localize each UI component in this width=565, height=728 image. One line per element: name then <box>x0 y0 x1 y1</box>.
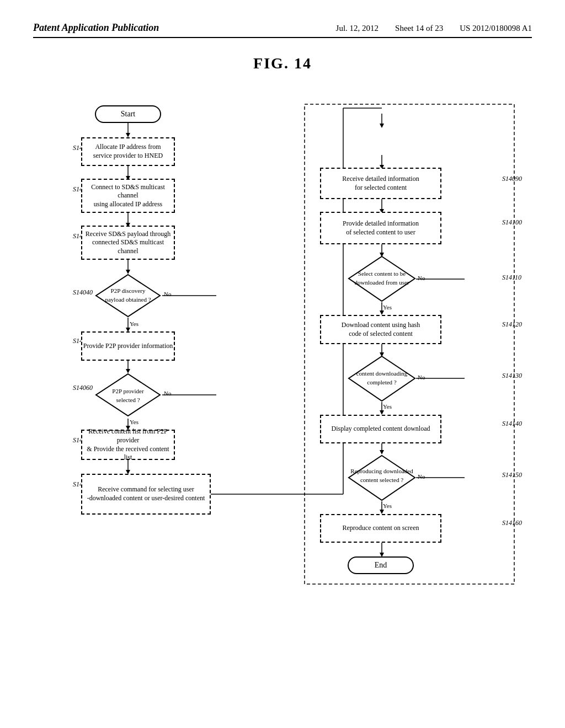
s14120-label: S14120 <box>502 320 522 329</box>
s14120-box: Download content using hash code of sele… <box>320 315 441 344</box>
start-node: Start <box>95 105 161 123</box>
s14130-label: S14130 <box>502 372 522 380</box>
s14150-label: S14150 <box>502 471 522 479</box>
s14140-label: S14140 <box>502 420 522 428</box>
s14050-box: Provide P2P provider information <box>81 331 175 361</box>
s14040-diamond: P2P discovery payload obtained ? <box>95 274 161 318</box>
patent-date: Jul. 12, 2012 <box>336 24 379 33</box>
s14150-no-label: No <box>418 473 425 480</box>
svg-text:Select content to be: Select content to be <box>358 270 406 277</box>
s14130-diamond: content downloading completed ? <box>348 355 416 402</box>
svg-marker-30 <box>380 311 384 315</box>
svg-marker-36 <box>380 450 384 454</box>
s14090-label: S14090 <box>502 175 522 183</box>
s14030-box: Receive SD&S payload through connected S… <box>81 226 175 260</box>
s14130-yes-label: Yes <box>383 403 392 410</box>
fig-title: FIG. 14 <box>33 55 532 72</box>
patent-number: US 2012/0180098 A1 <box>460 24 532 33</box>
s14060-yes-label: Yes <box>130 419 138 425</box>
svg-text:P2P discovery: P2P discovery <box>111 287 146 294</box>
svg-marker-1 <box>126 133 130 137</box>
svg-text:content selected ?: content selected ? <box>360 477 403 483</box>
s14110-yes-label: Yes <box>383 304 392 311</box>
s14020-box: Connect to SD&S multicast channel using … <box>81 179 175 213</box>
s14080-box: Receive command for selecting user -down… <box>81 474 211 515</box>
s14090-box: Receive detailed information for selecte… <box>320 168 441 199</box>
s14150-diamond: Reproducing downloaded content selected … <box>348 454 416 501</box>
svg-marker-34 <box>380 410 384 415</box>
svg-text:P2P provider: P2P provider <box>112 388 144 394</box>
patent-header-right: Jul. 12, 2012 Sheet 14 of 23 US 2012/018… <box>336 24 532 33</box>
svg-text:selected ?: selected ? <box>116 397 140 403</box>
s14150-yes-label: Yes <box>383 502 392 509</box>
svg-text:payload obtained ?: payload obtained ? <box>105 296 151 303</box>
s14040-yes-label: Yes <box>130 320 138 327</box>
s14110-diamond: Select content to be downloaded from use… <box>348 255 416 302</box>
end-node: End <box>348 556 414 574</box>
s14160-label: S14160 <box>502 519 522 527</box>
s14060-no-label: No <box>164 390 171 397</box>
flowchart: Start S14010 Allocate IP address from se… <box>40 89 525 684</box>
s14040-label: S14040 <box>73 288 93 297</box>
svg-text:completed ?: completed ? <box>367 379 397 386</box>
patent-header-left: Patent Application Publication <box>33 22 159 34</box>
s14140-box: Display completed content download <box>320 415 441 443</box>
s14160-box: Reproduce content on screen <box>320 514 441 543</box>
s14060-label: S14060 <box>73 384 93 392</box>
s14070-box: Receive content list from P2P provider &… <box>81 430 175 460</box>
s14060-diamond: P2P provider selected ? <box>95 373 161 417</box>
svg-text:downloaded from user: downloaded from user <box>355 279 409 286</box>
svg-marker-48 <box>96 374 160 416</box>
s14110-label: S14110 <box>502 274 521 282</box>
svg-marker-38 <box>380 510 384 514</box>
s14100-label: S14100 <box>502 218 522 227</box>
s14010-box: Allocate IP address from service provide… <box>81 137 175 166</box>
s14110-no-label: No <box>418 275 425 281</box>
patent-sheet: Sheet 14 of 23 <box>395 24 443 33</box>
svg-text:Reproducing downloaded: Reproducing downloaded <box>350 468 413 474</box>
s14130-no-label: No <box>418 374 425 381</box>
s14100-box: Provide detailed information of selected… <box>320 212 441 244</box>
svg-marker-45 <box>96 275 160 317</box>
svg-marker-19 <box>380 124 384 128</box>
svg-text:content downloading: content downloading <box>356 370 408 377</box>
s14040-no-label: No <box>164 291 171 297</box>
